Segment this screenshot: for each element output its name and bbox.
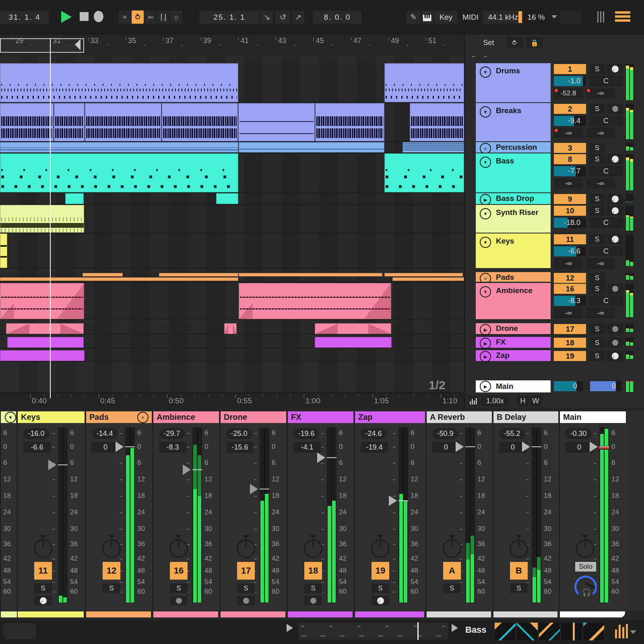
- peak-level-display[interactable]: -50.9: [432, 428, 458, 439]
- strip-solo-button[interactable]: S: [443, 584, 461, 593]
- solo-button[interactable]: S: [589, 206, 605, 216]
- track-lane-fx[interactable]: [0, 337, 464, 349]
- strip-track-number[interactable]: A: [443, 562, 461, 580]
- clip[interactable]: [7, 337, 84, 348]
- fader-handle-arrow[interactable]: [116, 442, 124, 452]
- track-lane-synth-riser[interactable]: [0, 205, 464, 233]
- volume-fader[interactable]: [192, 427, 202, 603]
- strip-color-footer[interactable]: [288, 611, 353, 617]
- pan-knob[interactable]: [443, 539, 461, 558]
- clip[interactable]: [224, 323, 237, 334]
- track-number-display[interactable]: 12: [554, 273, 586, 283]
- strip-volume-display[interactable]: -8.3: [159, 442, 186, 453]
- strip-arm-button[interactable]: [237, 596, 255, 605]
- fader-handle-arrow[interactable]: [317, 452, 325, 463]
- clip[interactable]: [315, 337, 392, 348]
- mixer-strip-header[interactable]: ▼: [1, 411, 16, 423]
- draw-mode-button[interactable]: ⌈⌋: [157, 10, 169, 24]
- track-number-display[interactable]: 9: [554, 194, 586, 204]
- volume-fader[interactable]: [260, 427, 269, 603]
- arm-button[interactable]: [607, 104, 623, 114]
- track-lane-pads[interactable]: [0, 272, 464, 283]
- beat-time-ruler[interactable]: 293133353739414345474951: [0, 34, 464, 56]
- clip[interactable]: [402, 142, 464, 153]
- mixer-strip-header[interactable]: Drone: [221, 411, 286, 423]
- arm-button[interactable]: [607, 338, 623, 348]
- track-fold-icon[interactable]: ▶: [480, 324, 491, 335]
- strip-arm-button[interactable]: ♩: [372, 596, 389, 605]
- solo-button[interactable]: S: [589, 273, 605, 283]
- strip-solo-button[interactable]: S: [103, 584, 120, 593]
- track-header-main[interactable]: ▶Main: [476, 380, 551, 392]
- solo-button[interactable]: S: [589, 64, 605, 74]
- strip-color-footer[interactable]: [18, 611, 84, 617]
- output-meter-icon[interactable]: [615, 624, 628, 638]
- send-b-display[interactable]: -∞: [586, 258, 615, 268]
- fader-handle-arrow[interactable]: [522, 442, 530, 452]
- track-lane-drums[interactable]: [0, 63, 464, 103]
- volume-fader[interactable]: [599, 427, 609, 603]
- track-fold-icon[interactable]: ▼: [480, 208, 491, 219]
- clip[interactable]: [0, 103, 54, 141]
- track-header-percussion[interactable]: ≡Percussion: [476, 142, 551, 153]
- arm-button[interactable]: ♩: [607, 194, 623, 204]
- loop-link-button[interactable]: ⥁: [506, 37, 523, 48]
- clip[interactable]: [0, 233, 7, 268]
- track-fold-icon[interactable]: ▼: [480, 106, 491, 118]
- track-number-display[interactable]: 19: [554, 351, 586, 361]
- arm-button[interactable]: [607, 324, 623, 334]
- clip[interactable]: [6, 323, 84, 334]
- pan-knob[interactable]: [304, 539, 322, 558]
- solo-button[interactable]: S: [589, 104, 605, 114]
- peak-level-display[interactable]: -25.0: [226, 428, 252, 439]
- track-header-synth-riser[interactable]: ▼Synth Riser: [476, 205, 551, 233]
- pan-knob[interactable]: [510, 539, 528, 558]
- track-fold-icon[interactable]: ≡: [480, 143, 491, 154]
- solo-button[interactable]: S: [589, 338, 605, 348]
- track-pan-display[interactable]: C: [589, 296, 623, 306]
- track-header-fx[interactable]: ▶FX: [476, 337, 551, 348]
- strip-volume-display[interactable]: -4.1: [293, 442, 321, 453]
- mixer-strip-header[interactable]: Pads≡: [86, 411, 152, 423]
- arm-button[interactable]: ♩: [607, 154, 623, 164]
- volume-fader[interactable]: [532, 427, 541, 603]
- next-locator-button[interactable]: →: [480, 51, 490, 60]
- arm-button[interactable]: ♩: [607, 234, 623, 244]
- midi-map-button[interactable]: MIDI: [459, 10, 482, 24]
- device-thumbnail[interactable]: [561, 622, 582, 641]
- clip[interactable]: [315, 103, 384, 141]
- clip[interactable]: [159, 273, 238, 277]
- track-header-bass-drop[interactable]: ▶Bass Drop: [476, 193, 551, 204]
- device-thumbnail[interactable]: [539, 622, 560, 641]
- re-enable-automation-button[interactable]: ⬅: [144, 10, 157, 24]
- arm-button[interactable]: [607, 284, 623, 294]
- main-solo-button[interactable]: Solo: [575, 562, 596, 572]
- track-lane-percussion[interactable]: [0, 142, 464, 153]
- strip-track-number[interactable]: B: [510, 562, 528, 580]
- strip-solo-button[interactable]: S: [34, 584, 52, 593]
- track-fold-icon[interactable]: ▶: [480, 194, 491, 205]
- zoom-width-button[interactable]: W: [530, 396, 541, 406]
- solo-button[interactable]: S: [589, 194, 605, 204]
- track-fold-icon[interactable]: ▶: [480, 381, 491, 392]
- strip-track-number[interactable]: 18: [304, 562, 322, 580]
- loop-length-display[interactable]: 8. 0. 0: [313, 10, 361, 24]
- track-lane-breaks[interactable]: [0, 103, 464, 142]
- strip-track-number[interactable]: 17: [237, 562, 255, 580]
- solo-button[interactable]: S: [589, 351, 605, 361]
- volume-fader[interactable]: [327, 427, 336, 603]
- track-fold-icon[interactable]: ▼: [480, 237, 491, 248]
- track-lane-keys[interactable]: [0, 233, 464, 269]
- track-number-display[interactable]: 18: [554, 338, 586, 348]
- mixer-strip-header[interactable]: Zap: [355, 411, 425, 423]
- strip-track-number[interactable]: 19: [372, 562, 389, 580]
- fader-handle-arrow[interactable]: [456, 442, 464, 452]
- strip-solo-button[interactable]: S: [510, 584, 528, 593]
- track-header-ambience[interactable]: ▼Ambience: [476, 283, 551, 319]
- zoom-height-button[interactable]: H: [517, 396, 528, 406]
- punch-in-icon[interactable]: ↘: [261, 10, 273, 24]
- send-a-display[interactable]: -∞: [554, 308, 583, 318]
- peak-level-display[interactable]: -55.2: [499, 428, 525, 439]
- clip[interactable]: [0, 350, 85, 361]
- track-volume-display[interactable]: -7.7: [554, 166, 586, 176]
